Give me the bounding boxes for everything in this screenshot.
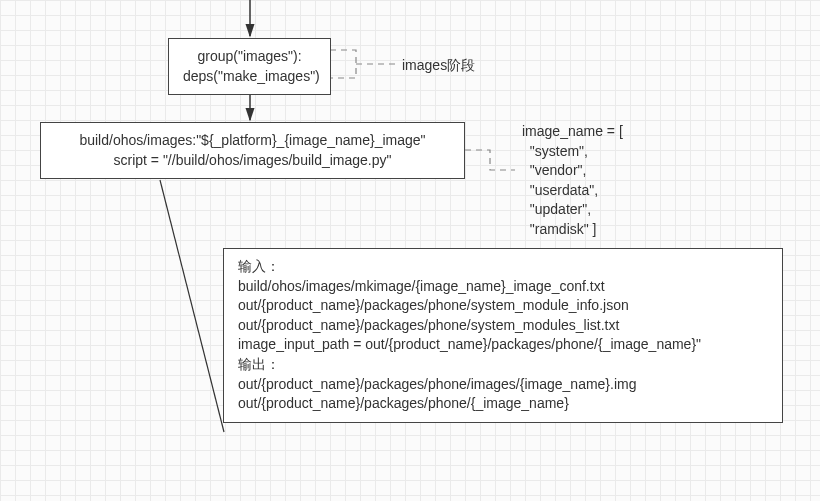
io-output-line-1: out/{product_name}/packages/phone/images… bbox=[238, 375, 768, 395]
group-images-box: group("images"): deps("make_images") bbox=[168, 38, 331, 95]
images-stage-label: images阶段 bbox=[402, 56, 475, 76]
build-image-line1: build/ohos/images:"${_platform}_{image_n… bbox=[55, 131, 450, 151]
io-output-label: 输出： bbox=[238, 355, 768, 375]
io-input-label: 输入： bbox=[238, 257, 768, 277]
svg-line-3 bbox=[160, 180, 224, 432]
io-output-line-2: out/{product_name}/packages/phone/{_imag… bbox=[238, 394, 768, 414]
build-image-line2: script = "//build/ohos/images/build_imag… bbox=[55, 151, 450, 171]
io-input-line-3: out/{product_name}/packages/phone/system… bbox=[238, 316, 768, 336]
diagram-canvas: group("images"): deps("make_images") ima… bbox=[0, 0, 820, 501]
group-images-line2: deps("make_images") bbox=[183, 67, 316, 87]
io-input-line-1: build/ohos/images/mkimage/{image_name}_i… bbox=[238, 277, 768, 297]
build-image-box: build/ohos/images:"${_platform}_{image_n… bbox=[40, 122, 465, 179]
group-images-line1: group("images"): bbox=[183, 47, 316, 67]
image-name-list: image_name = [ "system", "vendor", "user… bbox=[522, 122, 623, 240]
io-input-line-2: out/{product_name}/packages/phone/system… bbox=[238, 296, 768, 316]
io-box-content: 输入： build/ohos/images/mkimage/{image_nam… bbox=[223, 248, 783, 423]
io-input-line-4: image_input_path = out/{product_name}/pa… bbox=[238, 335, 768, 355]
